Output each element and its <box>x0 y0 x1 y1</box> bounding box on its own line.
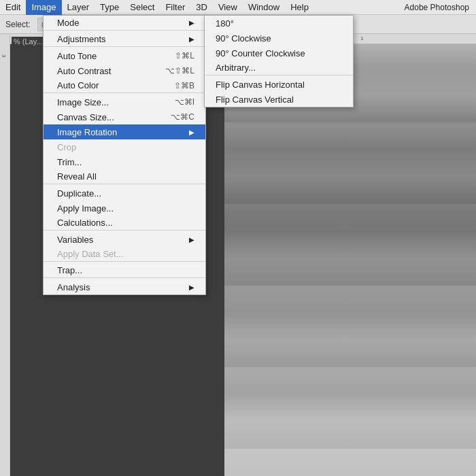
menu-item-duplicate[interactable]: Duplicate... <box>44 186 205 201</box>
mode-arrow: ▶ <box>189 19 194 27</box>
menu-item-auto-contrast[interactable]: Auto Contrast ⌥⇧⌘L <box>44 63 205 78</box>
image-menu: Mode ▶ Adjustments ▶ Auto Tone ⇧⌘L Auto … <box>43 15 206 295</box>
menu-item-auto-color[interactable]: Auto Color ⇧⌘B <box>44 78 205 93</box>
menu-item-adjustments[interactable]: Adjustments ▶ <box>44 32 205 47</box>
menubar-item-edit[interactable]: Edit <box>0 0 26 15</box>
rotation-submenu: 180° 90° Clockwise 90° Counter Clockwise… <box>204 15 354 107</box>
menubar-item-filter[interactable]: Filter <box>160 0 190 15</box>
menubar-item-window[interactable]: Window <box>243 0 285 15</box>
submenu-item-180[interactable]: 180° <box>205 16 353 31</box>
submenu-item-flip-h[interactable]: Flip Canvas Horizontal <box>205 77 353 92</box>
submenu-item-90cw[interactable]: 90° Clockwise <box>205 31 353 46</box>
menu-item-auto-tone[interactable]: Auto Tone ⇧⌘L <box>44 48 205 63</box>
select-label: Select: <box>5 20 31 29</box>
menu-item-image-rotation[interactable]: Image Rotation ▶ <box>44 124 205 139</box>
menu-item-variables[interactable]: Variables ▶ <box>44 232 205 247</box>
rotation-arrow: ▶ <box>189 129 194 136</box>
menubar-item-select[interactable]: Select <box>124 0 160 15</box>
submenu-item-90ccw[interactable]: 90° Counter Clockwise <box>205 46 353 61</box>
ruler-num-1: 1 <box>360 35 363 41</box>
menu-item-reveal-all[interactable]: Reveal All <box>44 169 205 184</box>
menu-item-crop[interactable]: Crop <box>44 139 205 154</box>
ruler-left: 3 <box>0 34 10 476</box>
menubar-item-help[interactable]: Help <box>285 0 314 15</box>
percent-label: % (Lay... <box>12 37 45 46</box>
menu-item-apply-image[interactable]: Apply Image... <box>44 201 205 216</box>
menu-item-analysis[interactable]: Analysis ▶ <box>44 279 205 294</box>
adjustments-arrow: ▶ <box>189 35 194 43</box>
menubar-item-3d[interactable]: 3D <box>190 0 213 15</box>
submenu-item-flip-v[interactable]: Flip Canvas Vertical <box>205 92 353 107</box>
menu-item-trap[interactable]: Trap... <box>44 263 205 278</box>
app-label: Adobe Photoshop <box>405 3 476 12</box>
menu-item-mode[interactable]: Mode ▶ <box>44 16 205 31</box>
submenu-item-arbitrary[interactable]: Arbitrary... <box>205 61 353 75</box>
menubar-item-view[interactable]: View <box>213 0 243 15</box>
ruler-left-num: 3 <box>1 54 7 57</box>
menubar: Edit Image Layer Type Select Filter 3D V… <box>0 0 476 15</box>
analysis-arrow: ▶ <box>189 284 194 291</box>
menubar-item-layer[interactable]: Layer <box>62 0 95 15</box>
menu-item-calculations[interactable]: Calculations... <box>44 216 205 231</box>
menubar-item-image[interactable]: Image <box>26 0 61 15</box>
menu-item-image-size[interactable]: Image Size... ⌥⌘I <box>44 95 205 109</box>
menu-item-trim[interactable]: Trim... <box>44 154 205 169</box>
variables-arrow: ▶ <box>189 236 194 243</box>
menubar-item-type[interactable]: Type <box>95 0 124 15</box>
menu-item-apply-data-set[interactable]: Apply Data Set... <box>44 247 205 262</box>
menu-item-canvas-size[interactable]: Canvas Size... ⌥⌘C <box>44 109 205 124</box>
